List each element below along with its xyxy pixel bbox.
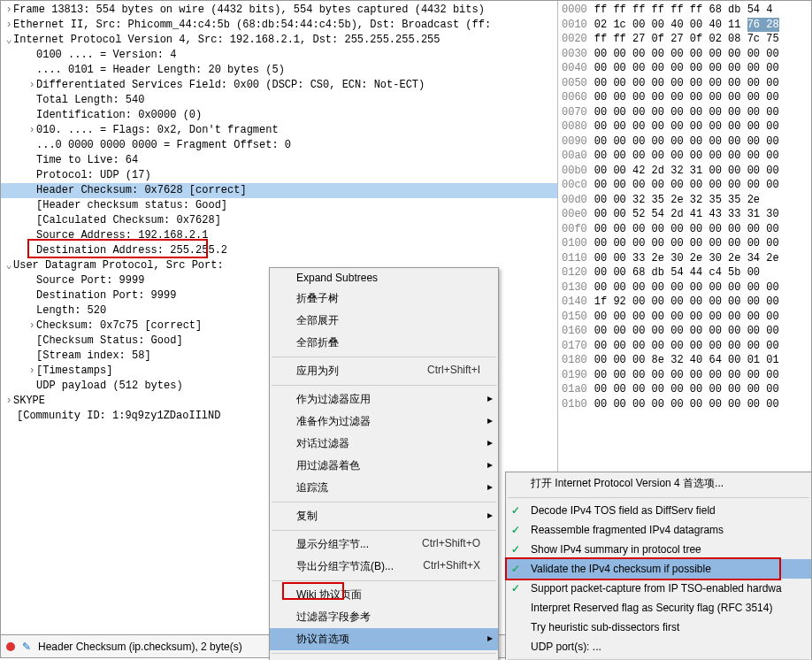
- tree-ip-dsf[interactable]: ›Differentiated Services Field: 0x00 (DS…: [1, 78, 557, 93]
- submenu-protocol-preferences[interactable]: 打开 Internet Protocol Version 4 首选项... ✓D…: [505, 472, 812, 660]
- check-icon: ✓: [511, 524, 520, 536]
- hex-row[interactable]: 003000 00 00 00 00 00 00 00 00 00: [562, 47, 808, 62]
- menu-prepare-as-filter[interactable]: 准备作为过滤器▸: [270, 411, 498, 433]
- menu-protocol-preferences[interactable]: 协议首选项▸: [270, 628, 498, 650]
- submenu-reassemble[interactable]: ✓Reassemble fragmented IPv4 datagrams: [506, 520, 811, 540]
- hex-row[interactable]: 004000 00 00 00 00 00 00 00 00 00: [562, 61, 808, 76]
- submenu-heuristic[interactable]: Try heuristic sub-dissectors first: [506, 618, 811, 637]
- hex-row[interactable]: 00d000 00 32 35 2e 32 35 35 2e: [562, 193, 808, 208]
- submenu-decode-tos[interactable]: ✓Decode IPv4 TOS field as DiffServ field: [506, 501, 811, 520]
- tree-frame[interactable]: ›Frame 13813: 554 bytes on wire (4432 bi…: [1, 3, 557, 18]
- menu-filter-field-ref[interactable]: 过滤器字段参考: [270, 606, 498, 628]
- hex-row[interactable]: 017000 00 00 00 00 00 00 00 00 00: [562, 339, 808, 354]
- hex-row[interactable]: 015000 00 00 00 00 00 00 00 00 00: [562, 310, 808, 325]
- hex-row[interactable]: 009000 00 00 00 00 00 00 00 00 00: [562, 134, 808, 150]
- check-icon: ✓: [511, 504, 520, 517]
- tree-ip-hdrlen[interactable]: .... 0101 = Header Length: 20 bytes (5): [1, 63, 557, 78]
- menu-show-packet-bytes[interactable]: 显示分组字节...Ctrl+Shift+O: [270, 533, 498, 556]
- menu-conversation-filter[interactable]: 对话过滤器▸: [270, 433, 498, 455]
- submenu-validate-checksum[interactable]: ✓Validate the IPv4 checksum if possible: [506, 559, 811, 579]
- menu-expand-subtrees[interactable]: Expand Subtrees: [270, 268, 498, 288]
- hex-row[interactable]: 01401f 92 00 00 00 00 00 00 00 00: [562, 295, 808, 310]
- check-icon: ✓: [511, 582, 520, 595]
- hex-row[interactable]: 00f000 00 00 00 00 00 00 00 00 00: [562, 222, 808, 237]
- submenu-interpret-reserved[interactable]: Interpret Reserved flag as Security flag…: [506, 598, 811, 618]
- hex-row[interactable]: 011000 00 33 2e 30 2e 30 2e 34 2e: [562, 251, 808, 266]
- menu-colorize-with-filter[interactable]: 用过滤器着色▸: [270, 455, 498, 477]
- hex-row[interactable]: 0000ff ff ff ff ff ff 68 db 54 4: [562, 3, 808, 18]
- hex-row[interactable]: 001002 1c 00 00 40 00 40 11 76 28: [562, 18, 808, 33]
- hex-row[interactable]: 006000 00 00 00 00 00 00 00 00 00: [562, 90, 808, 105]
- tree-ip-ttl[interactable]: Time to Live: 64: [1, 153, 557, 168]
- hex-row[interactable]: 018000 00 00 8e 32 40 64 00 01 01: [562, 353, 808, 368]
- hex-row[interactable]: 005000 00 00 00 00 00 00 00 00 00: [562, 76, 808, 91]
- tree-ip-checksum-calc[interactable]: [Calculated Checksum: 0x7628]: [1, 213, 557, 228]
- check-icon: ✓: [511, 563, 520, 575]
- hex-row[interactable]: 00c000 00 00 00 00 00 00 00 00 00: [562, 178, 808, 193]
- tree-ethernet[interactable]: ›Ethernet II, Src: Phicomm_44:c4:5b (68:…: [1, 18, 557, 33]
- tree-ip-len[interactable]: Total Length: 540: [1, 93, 557, 108]
- hex-row[interactable]: 01a000 00 00 00 00 00 00 00 00 00: [562, 382, 808, 397]
- menu-expand-all[interactable]: 全部展开: [270, 310, 498, 332]
- status-text: Header Checksum (ip.checksum), 2 byte(s): [38, 641, 242, 653]
- hex-row[interactable]: 013000 00 00 00 00 00 00 00 00 00: [562, 280, 808, 295]
- menu-decode-as[interactable]: 解码为(A)...Ctrl+Shift+U: [270, 656, 498, 660]
- hex-row[interactable]: 00b000 00 42 2d 32 31 00 00 00 00: [562, 164, 808, 179]
- menu-apply-as-filter[interactable]: 作为过滤器应用▸: [270, 388, 498, 411]
- capture-filter-icon[interactable]: ✎: [22, 641, 31, 653]
- expert-info-icon[interactable]: [6, 642, 15, 651]
- submenu-open-prefs[interactable]: 打开 Internet Protocol Version 4 首选项...: [506, 472, 811, 495]
- tree-ip-flags[interactable]: ›010. .... = Flags: 0x2, Don't fragment: [1, 123, 557, 138]
- hex-row[interactable]: 01b000 00 00 00 00 00 00 00 00 00: [562, 397, 808, 412]
- context-menu-packet[interactable]: Expand Subtrees 折叠子树 全部展开 全部折叠 应用为列Ctrl+…: [269, 267, 499, 660]
- tree-ip-checksum[interactable]: Header Checksum: 0x7628 [correct]: [1, 183, 557, 198]
- hex-row[interactable]: 012000 00 68 db 54 44 c4 5b 00: [562, 265, 808, 280]
- tree-ip-fo[interactable]: ...0 0000 0000 0000 = Fragment Offset: 0: [1, 138, 557, 153]
- menu-collapse-all[interactable]: 全部折叠: [270, 332, 498, 354]
- hex-row[interactable]: 008000 00 00 00 00 00 00 00 00 00: [562, 119, 808, 134]
- tree-ip-version[interactable]: 0100 .... = Version: 4: [1, 48, 557, 63]
- menu-copy[interactable]: 复制▸: [270, 505, 498, 527]
- submenu-udp-ports[interactable]: UDP port(s): ...: [506, 637, 811, 656]
- menu-collapse-subtrees[interactable]: 折叠子树: [270, 288, 498, 310]
- check-icon: ✓: [511, 543, 520, 556]
- hex-row[interactable]: 00a000 00 00 00 00 00 00 00 00 00: [562, 149, 808, 164]
- menu-follow[interactable]: 追踪流▸: [270, 477, 498, 499]
- hex-row[interactable]: 019000 00 00 00 00 00 00 00 00 00: [562, 368, 808, 383]
- menu-apply-as-column[interactable]: 应用为列Ctrl+Shift+I: [270, 360, 498, 382]
- menu-export-packet-bytes[interactable]: 导出分组字节流(B)...Ctrl+Shift+X: [270, 556, 498, 578]
- submenu-support-tso[interactable]: ✓Support packet-capture from IP TSO-enab…: [506, 579, 811, 598]
- tree-ip-dst[interactable]: Destination Address: 255.255.2: [1, 243, 557, 258]
- menu-wiki[interactable]: Wiki 协议页面: [270, 584, 498, 606]
- tree-ip-proto[interactable]: Protocol: UDP (17): [1, 168, 557, 183]
- tree-ip-src[interactable]: Source Address: 192.168.2.1: [1, 228, 557, 243]
- tree-ip-id[interactable]: Identification: 0x0000 (0): [1, 108, 557, 123]
- tree-ip-checksum-status[interactable]: [Header checksum status: Good]: [1, 198, 557, 213]
- hex-row[interactable]: 010000 00 00 00 00 00 00 00 00 00: [562, 236, 808, 251]
- hex-row[interactable]: 007000 00 00 00 00 00 00 00 00 00: [562, 105, 808, 120]
- submenu-show-summary[interactable]: ✓Show IPv4 summary in protocol tree: [506, 540, 811, 559]
- hex-row[interactable]: 0020ff ff 27 0f 27 0f 02 08 7c 75: [562, 32, 808, 47]
- hex-row[interactable]: 016000 00 00 00 00 00 00 00 00 00: [562, 324, 808, 339]
- tree-ip[interactable]: ⌄Internet Protocol Version 4, Src: 192.1…: [1, 33, 557, 48]
- hex-row[interactable]: 00e000 00 52 54 2d 41 43 33 31 30: [562, 207, 808, 222]
